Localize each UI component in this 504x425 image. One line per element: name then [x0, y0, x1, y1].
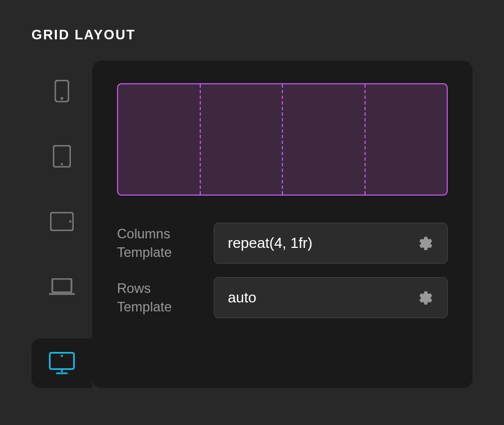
layout-container: ColumnsTemplate repeat(4, 1fr) RowsTempl…	[32, 61, 472, 388]
rows-template-input[interactable]: auto	[214, 277, 448, 318]
rows-template-row: RowsTemplate auto	[117, 277, 448, 318]
svg-rect-6	[52, 279, 71, 292]
grid-column	[366, 84, 447, 195]
columns-template-input[interactable]: repeat(4, 1fr)	[214, 223, 448, 264]
device-desktop-button[interactable]	[48, 350, 75, 377]
device-phone-button[interactable]	[48, 78, 75, 105]
device-tablet-landscape-button[interactable]	[48, 208, 75, 235]
main-panel: ColumnsTemplate repeat(4, 1fr) RowsTempl…	[92, 61, 472, 388]
laptop-icon	[49, 278, 75, 295]
columns-template-row: ColumnsTemplate repeat(4, 1fr)	[117, 223, 448, 264]
desktop-icon	[49, 352, 75, 374]
section-title: GRID LAYOUT	[32, 27, 472, 43]
grid-column	[118, 84, 201, 195]
tablet-landscape-icon	[50, 212, 74, 231]
svg-point-3	[61, 163, 63, 165]
svg-point-9	[61, 355, 63, 357]
columns-template-label: ColumnsTemplate	[117, 225, 196, 261]
svg-point-1	[61, 97, 64, 100]
grid-preview[interactable]	[117, 83, 448, 196]
device-laptop-button[interactable]	[48, 273, 75, 300]
device-sidebar	[32, 61, 92, 388]
svg-point-5	[69, 220, 71, 223]
columns-template-value: repeat(4, 1fr)	[228, 234, 312, 252]
device-tablet-portrait-button[interactable]	[48, 143, 75, 170]
phone-icon	[55, 80, 69, 102]
grid-column	[283, 84, 366, 195]
gear-icon[interactable]	[418, 236, 434, 251]
rows-template-value: auto	[228, 289, 256, 306]
device-active-wrapper	[32, 338, 92, 388]
tablet-portrait-icon	[53, 145, 71, 168]
rows-template-label: RowsTemplate	[117, 279, 196, 316]
gear-icon[interactable]	[418, 290, 434, 306]
grid-column	[201, 84, 284, 195]
